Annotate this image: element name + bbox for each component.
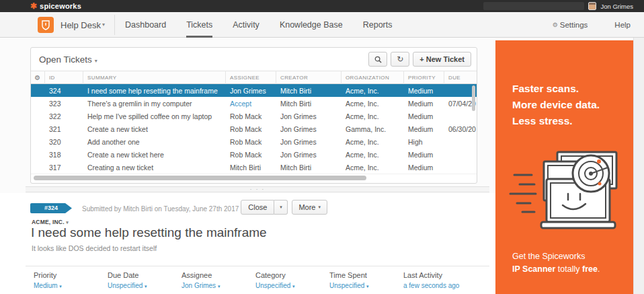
field-value-dropdown[interactable]: a few seconds ago <box>403 282 477 289</box>
column-header-due[interactable]: DUE <box>444 71 477 84</box>
field-value: Unspecified <box>108 282 143 289</box>
table-row[interactable]: 322 Help me I've spilled coffee on my la… <box>31 110 477 122</box>
cell-summary: Add another one <box>83 138 226 146</box>
cell-assignee[interactable]: Mitch Birti <box>226 163 276 172</box>
tab-dashboard[interactable]: Dashboard <box>125 12 166 38</box>
ticket-view-selector[interactable]: Open Tickets▾ <box>39 54 97 65</box>
search-icon <box>374 56 382 63</box>
more-button[interactable]: More ▾ <box>292 200 327 215</box>
table-row[interactable]: 324 I need some help resetting the mainf… <box>31 84 477 97</box>
column-header-summary[interactable]: SUMMARY <box>83 71 226 84</box>
table-settings-gear-icon[interactable]: ⚙ <box>31 71 45 84</box>
cell-creator: Jon Grimes <box>276 125 341 133</box>
cell-summary: Creating a new ticket <box>83 163 226 172</box>
app-switcher-caret-icon[interactable]: ▾ <box>102 22 105 28</box>
ticket-number-badge: #324 <box>30 203 72 213</box>
helpdesk-app-icon[interactable] <box>38 17 54 33</box>
cell-id: 322 <box>45 112 83 120</box>
cell-id: 320 <box>45 138 83 146</box>
column-header-organization[interactable]: ORGANIZATION <box>341 71 404 84</box>
ticket-field: Category Unspecified ▾ <box>255 271 329 289</box>
field-value: Unspecified <box>329 282 364 289</box>
settings-button[interactable]: ⚙ Settings <box>553 12 588 38</box>
ticket-view-label: Open Tickets <box>39 54 92 65</box>
close-dropdown-caret-icon[interactable]: ▾ <box>274 200 288 215</box>
field-value-dropdown[interactable]: Unspecified ▾ <box>255 282 329 289</box>
user-name[interactable]: Jon Grimes <box>600 3 633 10</box>
topbar-search-input[interactable] <box>483 2 584 10</box>
cell-summary: Create a new ticket here <box>83 151 226 159</box>
refresh-button[interactable]: ↻ <box>391 52 409 67</box>
table-row[interactable]: 323 There's a gremlin in my computer Acc… <box>31 97 477 110</box>
chevron-down-icon: ▾ <box>318 205 321 210</box>
spiceworks-logo[interactable]: ✱ spiceworks <box>30 2 81 10</box>
cell-summary: Create a new ticket <box>83 125 226 133</box>
chevron-down-icon: ▾ <box>95 58 97 64</box>
field-label: Category <box>255 271 329 279</box>
close-ticket-button[interactable]: Close <box>241 200 274 215</box>
ticket-fields: Priority Medium ▾ Due Date Unspecified ▾… <box>34 271 477 289</box>
field-label: Due Date <box>108 271 182 279</box>
drag-handle-icon: · · · <box>250 186 265 192</box>
shield-icon <box>41 20 50 30</box>
table-row[interactable]: 320 Add another one Rob Mack Jon Grimes … <box>31 135 477 148</box>
cell-creator: Mitch Birti <box>276 100 341 108</box>
cell-priority: High <box>404 138 444 146</box>
ad-headline: Faster scans. More device data. Less str… <box>512 81 600 129</box>
cell-id: 324 <box>45 87 83 95</box>
cell-priority: Medium <box>404 100 444 108</box>
cell-priority: Medium <box>404 87 444 95</box>
new-ticket-button[interactable]: + New Ticket <box>413 52 471 67</box>
ticket-field: Priority Medium ▾ <box>34 271 108 289</box>
chevron-down-icon: ▾ <box>218 284 220 289</box>
cell-id: 318 <box>45 151 83 159</box>
cell-assignee[interactable]: Accept <box>226 100 276 108</box>
laptop-scan-illustration <box>505 147 623 234</box>
spiceworks-logo-text: spiceworks <box>40 2 81 10</box>
search-button[interactable] <box>368 52 387 67</box>
table-row[interactable]: 318 Create a new ticket here Rob Mack Jo… <box>31 148 477 161</box>
cell-organization: Acme, Inc. <box>341 100 404 108</box>
cell-assignee[interactable]: Rob Mack <box>226 125 276 133</box>
field-value-dropdown[interactable]: Unspecified ▾ <box>329 282 403 289</box>
settings-label: Settings <box>560 21 588 29</box>
topbar: ✱ spiceworks Jon Grimes <box>0 0 644 12</box>
field-value: a few seconds ago <box>403 282 459 289</box>
vertical-scrollbar-thumb[interactable] <box>472 85 475 111</box>
field-label: Assignee <box>182 271 255 279</box>
cell-assignee[interactable]: Rob Mack <box>226 112 276 120</box>
tab-activity[interactable]: Activity <box>233 12 259 38</box>
nav-divider <box>114 15 115 35</box>
column-header-assignee[interactable]: ASSIGNEE <box>226 71 276 84</box>
user-avatar[interactable] <box>588 2 596 10</box>
ad-headline-line1: Faster scans. <box>512 81 600 97</box>
field-value-dropdown[interactable]: Unspecified ▾ <box>108 282 182 289</box>
cell-assignee[interactable]: Rob Mack <box>226 138 276 146</box>
column-header-priority[interactable]: PRIORITY <box>404 71 444 84</box>
app-switcher[interactable]: Help Desk <box>61 20 101 30</box>
field-value-dropdown[interactable]: Jon Grimes ▾ <box>182 282 255 289</box>
ad-cta-line2: IP Scanner totally free. <box>512 263 600 276</box>
ad-cta-line1: Get the Spiceworks <box>512 250 600 263</box>
chevron-down-icon: ▾ <box>292 284 295 289</box>
ad-cta-text: Get the Spiceworks IP Scanner totally fr… <box>512 250 600 276</box>
tab-reports[interactable]: Reports <box>363 12 393 38</box>
column-header-id[interactable]: ID <box>45 71 83 84</box>
cell-assignee[interactable]: Jon Grimes <box>226 87 276 95</box>
help-button[interactable]: Help <box>614 12 631 38</box>
organization-selector[interactable]: ACME, INC. ▾ <box>32 219 69 225</box>
cell-assignee[interactable]: Rob Mack <box>226 151 276 159</box>
table-row[interactable]: 321 Create a new ticket Rob Mack Jon Gri… <box>31 122 477 135</box>
cell-summary: Help me I've spilled coffee on my laptop <box>83 112 226 120</box>
field-value-dropdown[interactable]: Medium ▾ <box>34 282 108 289</box>
tab-tickets[interactable]: Tickets <box>186 12 212 38</box>
cell-creator: Mitch Birti <box>276 163 341 172</box>
tab-knowledge-base[interactable]: Knowledge Base <box>280 12 343 38</box>
table-row[interactable]: 317 Creating a new ticket Mitch Birti Mi… <box>31 161 477 174</box>
ip-scanner-ad[interactable]: Faster scans. More device data. Less str… <box>495 40 633 294</box>
horizontal-scrollbar-thumb[interactable] <box>34 176 366 180</box>
panel-splitter[interactable]: · · · <box>26 186 489 192</box>
refresh-icon: ↻ <box>397 54 403 64</box>
column-header-creator[interactable]: CREATOR <box>276 71 341 84</box>
cell-creator: Mitch Birti <box>276 87 341 95</box>
